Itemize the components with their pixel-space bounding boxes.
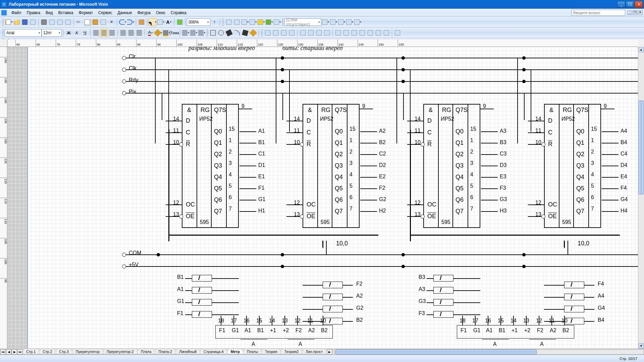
drawing-canvas[interactable]: разряды: младший вперед биты: старший вп…	[7, 47, 638, 349]
help-search-input[interactable]	[572, 10, 625, 16]
doc-close-button[interactable]: ✕	[638, 10, 643, 15]
undo-button[interactable]: ▾	[118, 18, 126, 26]
rectangle-tool-button[interactable]	[209, 29, 217, 37]
align-center-button[interactable]	[100, 29, 108, 37]
horizontal-ruler[interactable]: 5560657075808590951001051101151201251301…	[7, 40, 638, 47]
align-middle-button[interactable]	[288, 29, 296, 37]
subtract-button[interactable]	[366, 29, 374, 37]
menu-фигура[interactable]: Фигура	[135, 9, 153, 16]
toolbar-grip[interactable]	[2, 29, 4, 37]
shapes-window-button[interactable]	[138, 18, 146, 26]
minimize-button[interactable]: _	[617, 1, 625, 8]
toolbar-grip[interactable]	[261, 29, 263, 37]
bullets-button[interactable]	[119, 29, 127, 37]
line-weight-button[interactable]: ▾	[181, 29, 190, 37]
distribute-h-button[interactable]	[264, 29, 272, 37]
page-tab[interactable]: Плата-2	[155, 349, 176, 354]
align-shapes-button[interactable]: ▾	[249, 18, 257, 26]
print-button[interactable]	[40, 18, 48, 26]
arc-tool-button[interactable]	[233, 29, 241, 37]
page-tab[interactable]: Платы	[243, 349, 262, 354]
page-tab[interactable]: Стр.1	[22, 349, 39, 354]
layer-props-button[interactable]: ▾	[321, 18, 329, 26]
italic-button[interactable]: К	[73, 29, 81, 37]
page-tab[interactable]: Линейный	[175, 349, 200, 354]
tab-last-button[interactable]: ⏭	[17, 349, 23, 355]
copy-button[interactable]	[83, 18, 91, 26]
cut-button[interactable]	[75, 18, 83, 26]
page-tab[interactable]: Стр.3	[56, 349, 72, 354]
distribute-v-button[interactable]	[272, 29, 280, 37]
pencil-tool-button[interactable]	[249, 29, 257, 37]
toolbar-grip[interactable]	[2, 18, 4, 26]
font-combo[interactable]: Arial	[5, 29, 42, 37]
rotate-left-button[interactable]	[315, 29, 323, 37]
fill-color-button[interactable]: ▾	[162, 29, 170, 37]
corners-button[interactable]: ▾	[337, 18, 345, 26]
line-tool-button[interactable]	[225, 29, 233, 37]
ruler-corner[interactable]	[0, 40, 7, 47]
toolbar-grip[interactable]	[282, 18, 283, 26]
font-size-combo[interactable]: 12пт	[42, 29, 62, 37]
increase-indent-button[interactable]	[135, 29, 143, 37]
ellipse-tool-button[interactable]	[217, 29, 225, 37]
ink-tool-button[interactable]	[176, 18, 184, 26]
page-tab[interactable]: Теория	[261, 349, 281, 354]
print-preview-button[interactable]	[48, 18, 56, 26]
align-top-button[interactable]	[280, 29, 288, 37]
tab-first-button[interactable]: ⏮	[0, 349, 6, 355]
research-button[interactable]	[64, 18, 72, 26]
zoom-combo[interactable]: 300%	[187, 18, 210, 26]
horizontal-scrollbar[interactable]	[334, 349, 644, 355]
doc-restore-button[interactable]: ❐	[633, 10, 637, 15]
doc-minimize-button[interactable]: _	[627, 10, 632, 15]
text-tool-button[interactable]: A▾	[165, 18, 173, 26]
theme-button[interactable]: Тема	[170, 29, 178, 37]
tab-prev-button[interactable]: ◀	[6, 349, 11, 355]
combine-button[interactable]	[342, 29, 350, 37]
decrease-indent-button[interactable]	[127, 29, 135, 37]
redo-button[interactable]: ▾	[126, 18, 135, 26]
toolbar-grip[interactable]	[222, 18, 224, 26]
paste-button[interactable]	[91, 18, 99, 26]
underline-button[interactable]: Ч	[81, 29, 89, 37]
menu-справка[interactable]: Справка	[168, 9, 189, 16]
close-button[interactable]: ✕	[635, 1, 643, 8]
menu-формат[interactable]: Формат	[76, 9, 96, 16]
email-button[interactable]	[29, 18, 37, 26]
fill-shape-button[interactable]: ▾	[273, 18, 281, 26]
trim-button[interactable]	[374, 29, 382, 37]
page-tab[interactable]: Стр.2	[39, 349, 56, 354]
help-button[interactable]: ?	[210, 18, 218, 26]
format-painter-button[interactable]	[99, 18, 107, 26]
delete-button[interactable]: ✕	[107, 18, 115, 26]
page-tab[interactable]: Пререгулятор-2	[103, 349, 138, 354]
maximize-button[interactable]: ❐	[626, 1, 634, 8]
layer-combo[interactable]: (Слои отсутствуют)	[284, 18, 321, 26]
freeform-tool-button[interactable]	[241, 29, 249, 37]
save-button[interactable]	[21, 18, 29, 26]
align-left-button[interactable]	[92, 29, 100, 37]
schematic-content[interactable]: разряды: младший вперед биты: старший вп…	[7, 47, 638, 349]
toolbar-grip[interactable]	[207, 29, 208, 37]
line-color-button[interactable]: ▾	[154, 29, 162, 37]
flip-h-button[interactable]	[299, 29, 307, 37]
offset-button[interactable]	[382, 29, 390, 37]
intersect-button[interactable]	[358, 29, 366, 37]
connector-tool-button[interactable]: ▾	[157, 18, 165, 26]
menu-файл[interactable]: Файл	[9, 9, 24, 16]
menu-сервис[interactable]: Сервис	[96, 9, 115, 16]
page-tab[interactable]: Теория2	[281, 349, 303, 354]
pointer-tool-button[interactable]: ▾	[149, 18, 157, 26]
union-button[interactable]	[334, 29, 342, 37]
rotate-button[interactable]: ▾	[241, 18, 249, 26]
flip-v-button[interactable]	[307, 29, 315, 37]
scroll-down-button[interactable]: ▼	[639, 343, 644, 349]
vscroll-thumb[interactable]	[639, 101, 644, 194]
menu-вставка[interactable]: Вставка	[56, 9, 76, 16]
align-right-button[interactable]	[108, 29, 116, 37]
new-button[interactable]: ▾	[5, 18, 13, 26]
vertical-scrollbar[interactable]: ▲ ▼	[638, 47, 644, 349]
group-button[interactable]	[225, 18, 233, 26]
page-tab[interactable]: Лин.прост	[302, 349, 326, 354]
